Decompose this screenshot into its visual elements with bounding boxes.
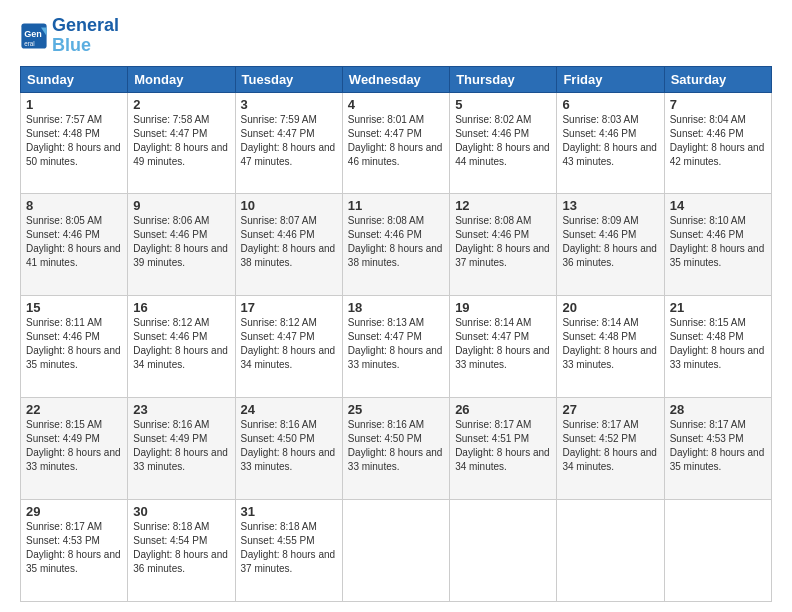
calendar-table: SundayMondayTuesdayWednesdayThursdayFrid…	[20, 66, 772, 602]
calendar-cell: 8Sunrise: 8:05 AMSunset: 4:46 PMDaylight…	[21, 194, 128, 296]
cell-info: Sunrise: 8:16 AMSunset: 4:50 PMDaylight:…	[348, 418, 444, 474]
calendar-cell: 5Sunrise: 8:02 AMSunset: 4:46 PMDaylight…	[450, 92, 557, 194]
calendar-cell: 4Sunrise: 8:01 AMSunset: 4:47 PMDaylight…	[342, 92, 449, 194]
cell-info: Sunrise: 8:12 AMSunset: 4:47 PMDaylight:…	[241, 316, 337, 372]
cell-info: Sunrise: 8:06 AMSunset: 4:46 PMDaylight:…	[133, 214, 229, 270]
col-header-friday: Friday	[557, 66, 664, 92]
cell-info: Sunrise: 8:08 AMSunset: 4:46 PMDaylight:…	[455, 214, 551, 270]
calendar-cell: 6Sunrise: 8:03 AMSunset: 4:46 PMDaylight…	[557, 92, 664, 194]
calendar-cell: 11Sunrise: 8:08 AMSunset: 4:46 PMDayligh…	[342, 194, 449, 296]
page: Gen eral General Blue SundayMondayTuesda…	[0, 0, 792, 612]
cell-info: Sunrise: 8:01 AMSunset: 4:47 PMDaylight:…	[348, 113, 444, 169]
calendar-cell: 10Sunrise: 8:07 AMSunset: 4:46 PMDayligh…	[235, 194, 342, 296]
day-number: 8	[26, 198, 122, 213]
day-number: 4	[348, 97, 444, 112]
col-header-sunday: Sunday	[21, 66, 128, 92]
col-header-tuesday: Tuesday	[235, 66, 342, 92]
calendar-cell: 29Sunrise: 8:17 AMSunset: 4:53 PMDayligh…	[21, 500, 128, 602]
calendar-cell: 16Sunrise: 8:12 AMSunset: 4:46 PMDayligh…	[128, 296, 235, 398]
week-row-4: 22Sunrise: 8:15 AMSunset: 4:49 PMDayligh…	[21, 398, 772, 500]
cell-info: Sunrise: 8:17 AMSunset: 4:52 PMDaylight:…	[562, 418, 658, 474]
cell-info: Sunrise: 8:14 AMSunset: 4:47 PMDaylight:…	[455, 316, 551, 372]
cell-info: Sunrise: 8:05 AMSunset: 4:46 PMDaylight:…	[26, 214, 122, 270]
day-number: 16	[133, 300, 229, 315]
calendar-cell	[664, 500, 771, 602]
cell-info: Sunrise: 8:18 AMSunset: 4:55 PMDaylight:…	[241, 520, 337, 576]
calendar-cell: 28Sunrise: 8:17 AMSunset: 4:53 PMDayligh…	[664, 398, 771, 500]
day-number: 27	[562, 402, 658, 417]
calendar-cell	[342, 500, 449, 602]
cell-info: Sunrise: 8:10 AMSunset: 4:46 PMDaylight:…	[670, 214, 766, 270]
calendar-cell: 27Sunrise: 8:17 AMSunset: 4:52 PMDayligh…	[557, 398, 664, 500]
day-number: 31	[241, 504, 337, 519]
day-number: 5	[455, 97, 551, 112]
col-header-saturday: Saturday	[664, 66, 771, 92]
day-number: 12	[455, 198, 551, 213]
day-number: 23	[133, 402, 229, 417]
header: Gen eral General Blue	[20, 16, 772, 56]
calendar-cell: 15Sunrise: 8:11 AMSunset: 4:46 PMDayligh…	[21, 296, 128, 398]
calendar-cell: 7Sunrise: 8:04 AMSunset: 4:46 PMDaylight…	[664, 92, 771, 194]
day-number: 24	[241, 402, 337, 417]
week-row-5: 29Sunrise: 8:17 AMSunset: 4:53 PMDayligh…	[21, 500, 772, 602]
logo-text: General Blue	[52, 16, 119, 56]
cell-info: Sunrise: 8:13 AMSunset: 4:47 PMDaylight:…	[348, 316, 444, 372]
calendar-cell: 20Sunrise: 8:14 AMSunset: 4:48 PMDayligh…	[557, 296, 664, 398]
cell-info: Sunrise: 7:57 AMSunset: 4:48 PMDaylight:…	[26, 113, 122, 169]
svg-text:Gen: Gen	[24, 29, 42, 39]
day-number: 25	[348, 402, 444, 417]
day-number: 19	[455, 300, 551, 315]
calendar-cell: 21Sunrise: 8:15 AMSunset: 4:48 PMDayligh…	[664, 296, 771, 398]
cell-info: Sunrise: 8:12 AMSunset: 4:46 PMDaylight:…	[133, 316, 229, 372]
calendar-cell: 1Sunrise: 7:57 AMSunset: 4:48 PMDaylight…	[21, 92, 128, 194]
cell-info: Sunrise: 8:02 AMSunset: 4:46 PMDaylight:…	[455, 113, 551, 169]
calendar-cell: 12Sunrise: 8:08 AMSunset: 4:46 PMDayligh…	[450, 194, 557, 296]
cell-info: Sunrise: 8:04 AMSunset: 4:46 PMDaylight:…	[670, 113, 766, 169]
calendar-cell: 30Sunrise: 8:18 AMSunset: 4:54 PMDayligh…	[128, 500, 235, 602]
week-row-3: 15Sunrise: 8:11 AMSunset: 4:46 PMDayligh…	[21, 296, 772, 398]
calendar-cell: 25Sunrise: 8:16 AMSunset: 4:50 PMDayligh…	[342, 398, 449, 500]
col-header-thursday: Thursday	[450, 66, 557, 92]
cell-info: Sunrise: 8:17 AMSunset: 4:53 PMDaylight:…	[26, 520, 122, 576]
cell-info: Sunrise: 8:16 AMSunset: 4:50 PMDaylight:…	[241, 418, 337, 474]
day-number: 6	[562, 97, 658, 112]
col-header-monday: Monday	[128, 66, 235, 92]
col-header-wednesday: Wednesday	[342, 66, 449, 92]
cell-info: Sunrise: 8:15 AMSunset: 4:48 PMDaylight:…	[670, 316, 766, 372]
cell-info: Sunrise: 7:59 AMSunset: 4:47 PMDaylight:…	[241, 113, 337, 169]
calendar-cell: 23Sunrise: 8:16 AMSunset: 4:49 PMDayligh…	[128, 398, 235, 500]
cell-info: Sunrise: 8:03 AMSunset: 4:46 PMDaylight:…	[562, 113, 658, 169]
calendar-cell: 18Sunrise: 8:13 AMSunset: 4:47 PMDayligh…	[342, 296, 449, 398]
day-number: 9	[133, 198, 229, 213]
cell-info: Sunrise: 8:11 AMSunset: 4:46 PMDaylight:…	[26, 316, 122, 372]
day-number: 30	[133, 504, 229, 519]
day-number: 21	[670, 300, 766, 315]
day-number: 22	[26, 402, 122, 417]
calendar-cell: 3Sunrise: 7:59 AMSunset: 4:47 PMDaylight…	[235, 92, 342, 194]
calendar-cell: 24Sunrise: 8:16 AMSunset: 4:50 PMDayligh…	[235, 398, 342, 500]
calendar-cell: 2Sunrise: 7:58 AMSunset: 4:47 PMDaylight…	[128, 92, 235, 194]
cell-info: Sunrise: 8:07 AMSunset: 4:46 PMDaylight:…	[241, 214, 337, 270]
calendar-cell: 22Sunrise: 8:15 AMSunset: 4:49 PMDayligh…	[21, 398, 128, 500]
cell-info: Sunrise: 8:17 AMSunset: 4:51 PMDaylight:…	[455, 418, 551, 474]
cell-info: Sunrise: 8:09 AMSunset: 4:46 PMDaylight:…	[562, 214, 658, 270]
week-row-1: 1Sunrise: 7:57 AMSunset: 4:48 PMDaylight…	[21, 92, 772, 194]
cell-info: Sunrise: 8:18 AMSunset: 4:54 PMDaylight:…	[133, 520, 229, 576]
cell-info: Sunrise: 8:16 AMSunset: 4:49 PMDaylight:…	[133, 418, 229, 474]
calendar-cell: 31Sunrise: 8:18 AMSunset: 4:55 PMDayligh…	[235, 500, 342, 602]
calendar-cell	[557, 500, 664, 602]
day-number: 2	[133, 97, 229, 112]
day-number: 26	[455, 402, 551, 417]
day-number: 1	[26, 97, 122, 112]
calendar-cell: 9Sunrise: 8:06 AMSunset: 4:46 PMDaylight…	[128, 194, 235, 296]
cell-info: Sunrise: 8:17 AMSunset: 4:53 PMDaylight:…	[670, 418, 766, 474]
day-number: 14	[670, 198, 766, 213]
day-number: 3	[241, 97, 337, 112]
cell-info: Sunrise: 8:15 AMSunset: 4:49 PMDaylight:…	[26, 418, 122, 474]
day-number: 29	[26, 504, 122, 519]
calendar-cell: 19Sunrise: 8:14 AMSunset: 4:47 PMDayligh…	[450, 296, 557, 398]
calendar-cell	[450, 500, 557, 602]
cell-info: Sunrise: 7:58 AMSunset: 4:47 PMDaylight:…	[133, 113, 229, 169]
day-number: 20	[562, 300, 658, 315]
calendar-cell: 13Sunrise: 8:09 AMSunset: 4:46 PMDayligh…	[557, 194, 664, 296]
